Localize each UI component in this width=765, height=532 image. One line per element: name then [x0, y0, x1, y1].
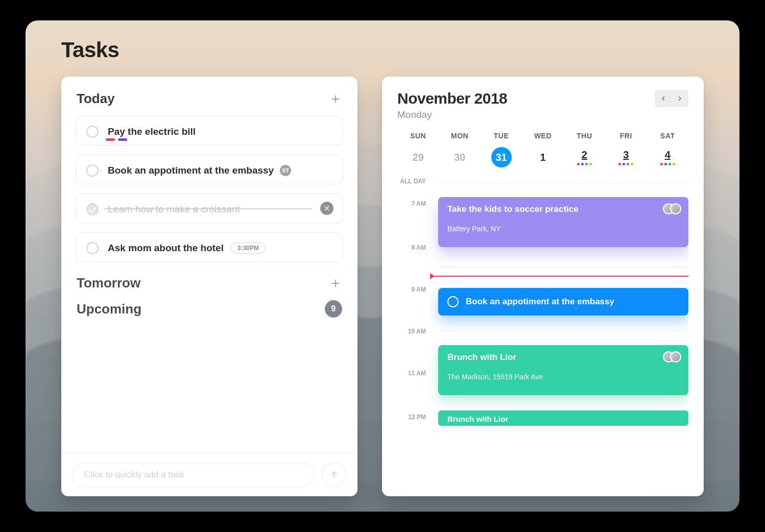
quick-add-input[interactable]: [73, 463, 315, 487]
task-time-pill: 3:30PM: [231, 243, 266, 254]
task-item[interactable]: Book an appotiment at the embassy ST: [76, 155, 343, 184]
event-avatars: [663, 203, 681, 214]
task-text: Ask mom about the hotel: [108, 243, 224, 254]
calendar-event[interactable]: Book an appotiment at the embassy: [438, 288, 688, 316]
plus-icon: [330, 278, 341, 289]
dow-label: SUN: [397, 132, 439, 140]
upcoming-count-badge: 9: [325, 300, 342, 318]
task-checkbox[interactable]: [86, 164, 99, 177]
tomorrow-heading: Tomorrow: [77, 275, 140, 291]
calendar-date[interactable]: 1: [522, 152, 563, 163]
calendar-weekday: Monday: [397, 109, 507, 120]
assignee-badge: ST: [280, 165, 291, 176]
event-location: Battery Park, NY: [447, 225, 679, 233]
event-title: Brunch with Lior: [447, 352, 679, 362]
add-task-tomorrow-button[interactable]: [329, 277, 342, 290]
calendar-date-selected[interactable]: 31: [481, 147, 522, 167]
dow-label: SAT: [647, 132, 688, 140]
unchecked-icon: [447, 296, 459, 307]
calendar-panel: November 2018 Monday SUN MON: [382, 77, 704, 496]
event-title: Brunch with Lior: [447, 415, 679, 423]
task-text: Learn how to make a croissant: [108, 204, 240, 215]
add-task-today-button[interactable]: [329, 92, 342, 106]
dow-label: MON: [439, 132, 480, 140]
calendar-prev-button[interactable]: [656, 91, 671, 106]
strike-line: [104, 208, 312, 209]
current-time-indicator: [433, 276, 688, 277]
task-checkbox[interactable]: [86, 242, 99, 254]
today-heading: Today: [77, 91, 115, 107]
event-location: The Madison, 15919 Park Ave: [447, 373, 679, 381]
task-text: Book an appotiment at the embassy: [108, 165, 274, 176]
event-title: Take the kids to soccer practice: [447, 204, 679, 214]
hour-label: 7 AM: [397, 200, 431, 207]
task-checkbox[interactable]: [86, 203, 99, 215]
calendar-month-year: November 2018: [397, 90, 507, 107]
task-item[interactable]: Learn how to make a croissant: [76, 194, 343, 223]
calendar-date[interactable]: 2: [564, 149, 605, 166]
calendar-event[interactable]: Brunch with Lior The Madison, 15919 Park…: [438, 345, 688, 395]
chevron-right-icon: [676, 94, 684, 103]
calendar-event[interactable]: Brunch with Lior: [438, 410, 688, 426]
dow-label: WED: [522, 132, 563, 140]
hour-label: 11 AM: [397, 370, 431, 377]
dow-label: TUE: [481, 132, 522, 140]
calendar-event[interactable]: Take the kids to soccer practice Battery…: [438, 197, 688, 247]
calendar-date[interactable]: 3: [605, 149, 647, 166]
close-icon: [323, 205, 330, 212]
quick-add-submit-button[interactable]: [322, 463, 346, 487]
calendar-date[interactable]: 4: [647, 149, 688, 166]
event-title: Book an appotiment at the embassy: [466, 297, 614, 307]
task-text: Pay the electric bill: [108, 126, 196, 137]
hour-label: 9 AM: [397, 286, 431, 293]
upcoming-heading: Upcoming: [77, 301, 141, 317]
delete-task-button[interactable]: [320, 202, 333, 215]
hour-label: 8 AM: [397, 244, 431, 251]
task-item[interactable]: Ask mom about the hotel 3:30PM: [76, 232, 343, 262]
hour-label: 10 AM: [397, 328, 431, 335]
task-tags: [106, 138, 127, 141]
plus-icon: [330, 93, 341, 105]
calendar-date[interactable]: 30: [439, 152, 480, 163]
arrow-up-icon: [329, 470, 339, 480]
allday-label: ALL DAY: [397, 178, 431, 185]
dow-label: THU: [564, 132, 605, 140]
dow-label: FRI: [605, 132, 647, 140]
calendar-date[interactable]: 29: [397, 152, 439, 163]
chevron-left-icon: [659, 94, 667, 103]
task-item[interactable]: Pay the electric bill: [76, 116, 343, 146]
event-avatars: [663, 351, 681, 362]
page-title: Tasks: [61, 38, 119, 62]
task-checkbox[interactable]: [86, 126, 99, 138]
calendar-next-button[interactable]: [672, 91, 687, 106]
hour-label: 12 PM: [397, 414, 431, 421]
tasks-panel: Today Pay the electric bill Book: [61, 77, 357, 496]
